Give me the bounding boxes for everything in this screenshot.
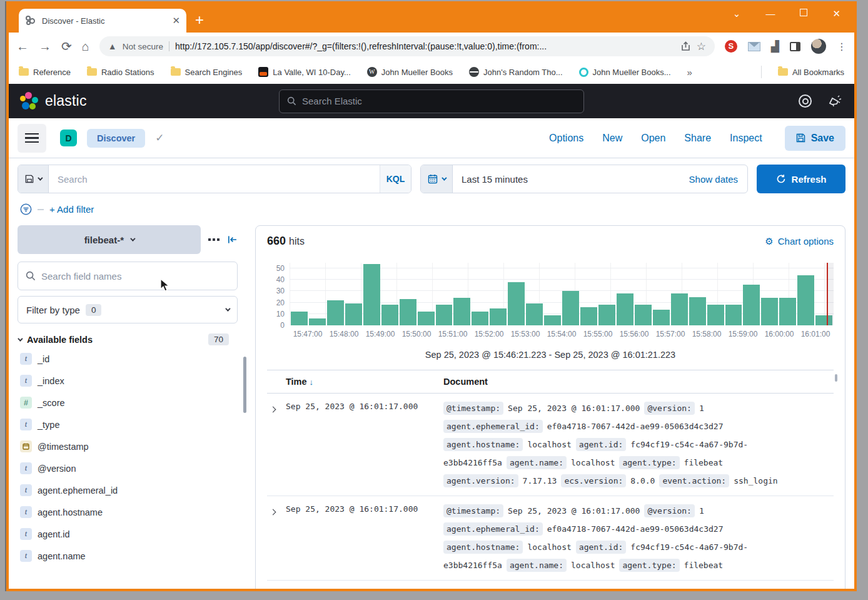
index-pattern-select[interactable]: filebeat-* [18, 225, 201, 254]
forward-icon[interactable]: → [39, 40, 51, 53]
histogram-bar[interactable] [598, 305, 615, 325]
filter-icon[interactable] [20, 203, 32, 215]
global-search[interactable] [279, 89, 584, 113]
browser-menu-icon[interactable]: ⋮ [837, 41, 847, 53]
not-secure-icon[interactable]: ▲ [108, 41, 117, 51]
url-text[interactable]: http://172.105.7.150/app/discover#/?_g=(… [175, 41, 675, 51]
histogram-bar[interactable] [381, 305, 398, 325]
histogram-bar[interactable] [327, 300, 344, 325]
histogram-chart[interactable]: 01020304050 [267, 263, 834, 325]
discover-app-badge[interactable]: D [60, 130, 77, 146]
histogram-bar[interactable] [490, 308, 507, 325]
bookmark-star-icon[interactable]: ☆ [697, 41, 706, 52]
menu-hamburger-icon[interactable] [18, 124, 46, 153]
histogram-bar[interactable] [472, 312, 488, 325]
histogram-bar[interactable] [418, 312, 435, 325]
bookmark-item[interactable]: John's Random Tho... [469, 67, 563, 77]
histogram-bar[interactable] [291, 312, 308, 325]
date-picker-button[interactable] [421, 165, 453, 193]
table-scrollbar[interactable] [835, 374, 837, 382]
all-bookmarks-button[interactable]: All Bookmarks [778, 68, 844, 77]
add-filter-button[interactable]: + Add filter [49, 204, 94, 215]
expand-row-icon[interactable] [267, 402, 286, 487]
field-item-_index[interactable]: t_index [18, 370, 238, 392]
query-input[interactable] [58, 174, 371, 185]
time-range-value[interactable]: Last 15 minutes [453, 165, 689, 193]
field-item-@version[interactable]: t@version [18, 457, 238, 479]
home-icon[interactable]: ⌂ [82, 40, 89, 53]
histogram-bar[interactable] [453, 298, 470, 325]
reload-icon[interactable]: ⟳ [61, 40, 72, 53]
news-icon[interactable] [828, 94, 843, 108]
time-column-header[interactable]: Time↓ [286, 377, 443, 387]
share-link[interactable]: Share [684, 133, 711, 144]
help-icon[interactable] [799, 94, 812, 108]
field-item-agent.id[interactable]: tagent.id [18, 523, 238, 545]
browser-tab[interactable]: Discover - Elastic ✕ [19, 9, 186, 33]
histogram-bar[interactable] [363, 264, 380, 325]
query-input-wrap[interactable] [49, 165, 380, 193]
field-search-input[interactable] [41, 271, 230, 282]
back-icon[interactable]: ← [16, 40, 29, 53]
refresh-button[interactable]: Refresh [757, 165, 845, 193]
histogram-bar[interactable] [580, 307, 597, 325]
histogram-bar[interactable] [400, 299, 416, 325]
histogram-bar[interactable] [761, 298, 778, 325]
histogram-bar[interactable] [779, 298, 796, 325]
histogram-bar[interactable] [526, 303, 543, 325]
collapse-sidebar-icon[interactable] [227, 235, 238, 245]
address-bar[interactable]: ▲ Not secure http://172.105.7.150/app/di… [99, 36, 715, 56]
histogram-bar[interactable] [562, 291, 579, 325]
field-item-@timestamp[interactable]: @timestamp [18, 435, 238, 457]
filter-by-type-select[interactable]: Filter by type 0 [18, 296, 238, 323]
inspect-link[interactable]: Inspect [730, 133, 762, 144]
bookmark-item[interactable]: La Valle, WI 10-Day... [258, 67, 351, 77]
field-item-agent.hostname[interactable]: tagent.hostname [18, 501, 238, 523]
field-item-_score[interactable]: #_score [18, 392, 238, 414]
histogram-bar[interactable] [797, 275, 814, 325]
histogram-bar[interactable] [345, 303, 362, 325]
expand-row-icon[interactable] [267, 504, 286, 572]
bookmark-item[interactable]: WJohn Mueller Books [367, 67, 453, 77]
histogram-bar[interactable] [743, 285, 760, 325]
field-item-_id[interactable]: t_id [18, 348, 238, 370]
bookmarks-overflow-icon[interactable]: » [687, 67, 692, 78]
field-item-agent.ephemeral_id[interactable]: tagent.ephemeral_id [18, 479, 238, 501]
extensions-puzzle-icon[interactable]: ▟ [771, 40, 779, 53]
histogram-bar[interactable] [508, 282, 525, 325]
sidebar-scrollbar[interactable] [243, 357, 246, 413]
window-maximize-icon[interactable] [800, 9, 807, 16]
field-search[interactable] [18, 262, 238, 290]
document-column-header[interactable]: Document [443, 377, 488, 387]
histogram-bar[interactable] [707, 305, 724, 325]
global-search-input[interactable] [302, 96, 576, 106]
boxes-menu-icon[interactable] [208, 238, 220, 242]
bookmark-item[interactable]: Radio Stations [87, 68, 154, 77]
breadcrumb-discover[interactable]: Discover [87, 129, 145, 148]
histogram-bar[interactable] [671, 293, 688, 325]
bookmark-item[interactable]: Reference [19, 68, 71, 77]
window-close-icon[interactable]: ✕ [832, 9, 840, 18]
histogram-bar[interactable] [689, 297, 706, 325]
extension-s-icon[interactable]: S [725, 40, 737, 53]
side-panel-icon[interactable] [790, 42, 800, 51]
histogram-bar[interactable] [309, 318, 326, 325]
options-link[interactable]: Options [549, 133, 583, 144]
histogram-bar[interactable] [617, 293, 633, 325]
histogram-bar[interactable] [725, 305, 742, 325]
open-link[interactable]: Open [641, 133, 665, 144]
kql-button[interactable]: KQL [380, 165, 411, 193]
tab-close-icon[interactable]: ✕ [172, 15, 180, 26]
show-dates-button[interactable]: Show dates [689, 165, 747, 193]
window-minimize-icon[interactable]: — [765, 9, 775, 18]
new-link[interactable]: New [602, 133, 622, 144]
histogram-bar[interactable] [635, 305, 652, 325]
field-item-agent.name[interactable]: tagent.name [18, 545, 238, 567]
extension-mail-icon[interactable] [748, 42, 760, 51]
bookmark-item[interactable]: Search Engines [171, 68, 243, 77]
bookmark-item[interactable]: John Mueller Books... [579, 68, 671, 77]
profile-avatar[interactable] [811, 39, 826, 54]
histogram-bar[interactable] [653, 310, 670, 325]
plot-area[interactable] [290, 263, 834, 325]
field-item-_type[interactable]: t_type [18, 414, 238, 435]
